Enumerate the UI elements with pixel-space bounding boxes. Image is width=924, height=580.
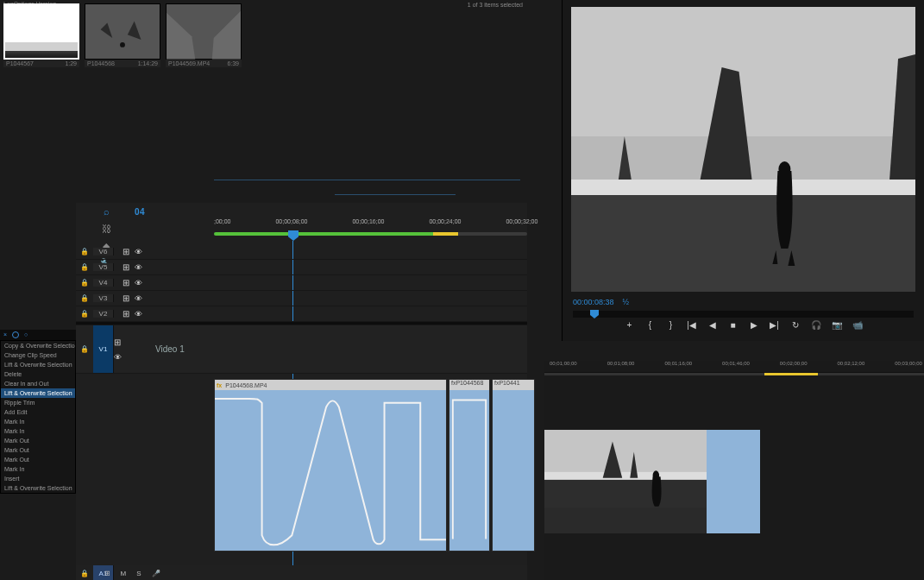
search-icon: [12, 331, 19, 338]
target-icon[interactable]: [123, 247, 129, 256]
program-timecode[interactable]: 00:00:08:38: [573, 298, 614, 306]
thumbnail[interactable]: [85, 3, 160, 60]
step-back-button[interactable]: ◀: [707, 320, 719, 337]
svg-point-0: [120, 42, 125, 47]
menu-item[interactable]: Lift & Overwrite Selection: [1, 360, 75, 369]
menu-item[interactable]: Copy & Overwrite Selection: [1, 341, 75, 350]
menu-item[interactable]: Clear In and Out: [1, 379, 75, 388]
video-clip[interactable]: fxP1044568.MP4: [214, 379, 447, 552]
play-button[interactable]: ■: [727, 320, 739, 337]
menu-item[interactable]: Mark Out: [1, 436, 75, 445]
secondary-work-area[interactable]: [544, 373, 924, 375]
playback-res[interactable]: ½: [623, 298, 630, 306]
thumbnail[interactable]: [166, 3, 242, 60]
time-remap-curve: [215, 390, 446, 551]
menu-item[interactable]: Lift & Overwrite Selection: [1, 483, 75, 493]
transport-controls: + { } |◀ ◀ ■ ▶ ▶| ↻ 🎧 📷 📹: [563, 320, 924, 337]
clip-lane[interactable]: fxP1044568.MP4 fxP1044568 fxP10441: [214, 244, 527, 580]
step-fwd-button[interactable]: ▶: [748, 320, 760, 337]
menu-item[interactable]: Add Edit: [1, 407, 75, 417]
secondary-ruler[interactable]: 00;01;00;0000;01;08;0000;01;16;00 00;01;…: [544, 361, 924, 373]
camera-button[interactable]: 📹: [852, 320, 864, 337]
thumbnail[interactable]: [3, 3, 79, 60]
menu-item[interactable]: Delete: [1, 369, 75, 379]
svg-rect-8: [544, 480, 707, 508]
context-menu: Copy & Overwrite Selection Change Clip S…: [0, 340, 76, 494]
program-scrubber[interactable]: [573, 311, 914, 318]
work-area-bar[interactable]: [214, 232, 527, 236]
add-marker-button[interactable]: +: [624, 320, 636, 337]
snap-icon[interactable]: ⌕: [98, 206, 114, 220]
svg-rect-6: [544, 430, 707, 476]
video-clip[interactable]: fxP1044568: [449, 379, 490, 552]
mark-out-button[interactable]: }: [665, 320, 677, 337]
program-view[interactable]: [571, 7, 915, 292]
bin-item[interactable]: P10445671:29: [3, 3, 79, 96]
program-monitor: 00:00:08:38 ½ + { } |◀ ◀ ■ ▶ ▶| ↻ 🎧 📷 📹: [562, 0, 924, 341]
menu-item[interactable]: Mark In: [1, 426, 75, 436]
track-stack: 🔒V6 🔒V5 🔒V4 🔒V3 🔒V2 🔒 V1 Video 1 fxP1044…: [76, 244, 527, 580]
audio-button[interactable]: 🎧: [810, 320, 822, 337]
menu-item[interactable]: Change Clip Speed: [1, 350, 75, 360]
selection-status: 1 of 3 items selected: [468, 2, 523, 8]
menu-item[interactable]: Mark Out: [1, 455, 75, 464]
menu-item[interactable]: Ripple Trim: [1, 398, 75, 407]
divider: [335, 194, 456, 195]
export-frame-button[interactable]: 📷: [831, 320, 843, 337]
goto-out-button[interactable]: ▶|: [769, 320, 781, 337]
project-bin: P10445671:29 P10445681:14:29 P1044569.MP…: [0, 0, 250, 99]
timeline-panel: 04 ⌕ ⛓ ◆ 🔧 ;00;00 00;00;08;00 00;00;16;0…: [76, 203, 527, 580]
loop-button[interactable]: ↻: [789, 320, 801, 337]
svg-rect-3: [571, 180, 915, 292]
mic-icon[interactable]: 🎤: [152, 570, 160, 577]
playhead[interactable]: [288, 230, 299, 241]
svg-rect-4: [571, 180, 915, 195]
menu-item[interactable]: Mark In: [1, 417, 75, 426]
svg-rect-7: [544, 472, 707, 480]
scrub-playhead[interactable]: [590, 310, 599, 318]
fx-badge[interactable]: fx: [217, 382, 222, 388]
timeline-timecode[interactable]: 04: [135, 207, 145, 217]
track-label: Video 1: [150, 344, 185, 354]
filmstrip-frame: [544, 430, 707, 533]
filmstrip[interactable]: [544, 430, 760, 533]
eye-icon[interactable]: [135, 247, 142, 256]
menu-item[interactable]: Lift & Overwrite Selection: [1, 388, 75, 398]
divider: [214, 180, 520, 180]
track-audio[interactable]: 🔒A1 MS🎤: [76, 565, 527, 580]
video-clip[interactable]: fxP10441: [492, 379, 535, 552]
timeline-header: 04: [135, 203, 221, 218]
link-icon[interactable]: ⛓: [98, 224, 114, 237]
goto-in-button[interactable]: |◀: [686, 320, 698, 337]
menu-item[interactable]: Mark Out: [1, 445, 75, 455]
mark-in-button[interactable]: {: [644, 320, 657, 337]
bin-item[interactable]: P10445681:14:29: [85, 3, 160, 96]
secondary-timeline: 00;01;00;0000;01;08;0000;01;16;00 00;01;…: [544, 361, 924, 580]
bin-item[interactable]: P1044569.MP46:39: [166, 3, 242, 96]
menu-item[interactable]: Mark In: [1, 464, 75, 474]
search-bar[interactable]: ×○: [0, 330, 76, 340]
timeline-ruler[interactable]: ;00;00 00;00;08;00 00;00;16;00 00;00;24;…: [214, 218, 527, 237]
menu-item[interactable]: Insert: [1, 474, 75, 483]
filmstrip-gap: [707, 430, 760, 533]
